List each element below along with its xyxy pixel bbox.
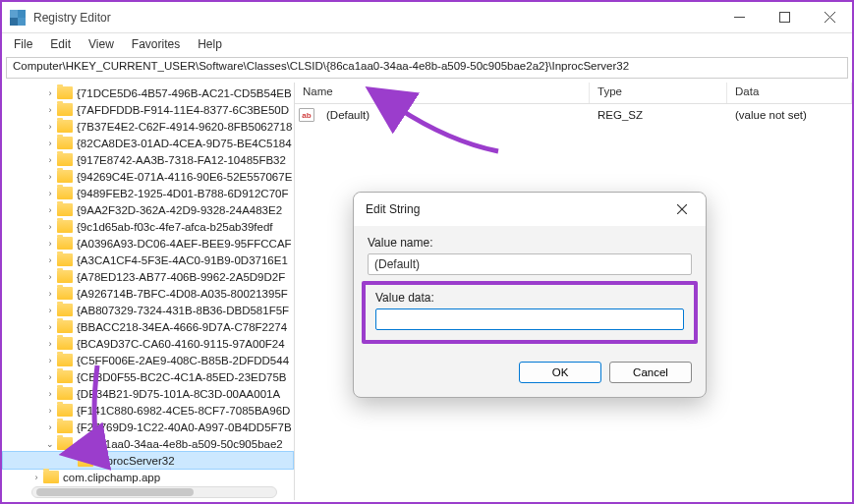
folder-icon <box>57 237 73 250</box>
tree-key[interactable]: {A0396A93-DC06-4AEF-BEE9-95FFCCAF <box>2 235 294 252</box>
horizontal-scrollbar[interactable] <box>31 486 277 498</box>
tree-key[interactable]: {7AFDFDDB-F914-11E4-8377-6C3BE50D <box>2 101 294 118</box>
expand-chevron-icon[interactable] <box>45 155 55 165</box>
value-row-default[interactable]: ab (Default) REG_SZ (value not set) <box>295 106 852 124</box>
tree-key-label: {9c1d65ab-f03c-4fe7-afca-b25ab39fedf <box>77 221 273 233</box>
tree-key-label: {F27769D9-1C22-40A0-A997-0B4DD5F7B <box>77 421 292 433</box>
expand-chevron-icon[interactable] <box>45 306 55 315</box>
folder-icon <box>57 287 73 300</box>
collapse-chevron-icon[interactable] <box>45 439 55 449</box>
expand-chevron-icon[interactable] <box>45 289 55 299</box>
dialog-close-button[interactable] <box>664 196 700 223</box>
tree-key-label: {94269C4E-071A-4116-90E6-52E557067E <box>77 171 292 183</box>
expand-chevron-icon[interactable] <box>45 239 55 249</box>
expand-chevron-icon[interactable] <box>45 222 55 232</box>
tree-key-label: InprocServer32 <box>97 455 175 467</box>
address-bar[interactable]: Computer\HKEY_CURRENT_USER\Software\Clas… <box>6 57 848 79</box>
expand-chevron-icon[interactable] <box>45 356 55 365</box>
tree-key[interactable]: com.clipchamp.app <box>2 469 294 485</box>
tree-key[interactable]: {A78ED123-AB77-406B-9962-2A5D9D2F <box>2 268 294 285</box>
tree-key[interactable]: {9AA2F32D-362A-42D9-9328-24A483E2 <box>2 201 294 218</box>
tree-key-label: {71DCE5D6-4B57-496B-AC21-CD5B54EB <box>77 87 292 99</box>
tree-key[interactable]: {82CA8DE3-01AD-4CEA-9D75-BE4C5184 <box>2 135 294 151</box>
folder-icon <box>57 404 73 417</box>
tree-key-label: {AB807329-7324-431B-8B36-DBD581F5F <box>77 305 289 316</box>
tree-key-label: {917E8742-AA3B-7318-FA12-10485FB32 <box>77 154 286 166</box>
dialog-buttons: OK Cancel <box>354 354 706 397</box>
tree-key[interactable]: {BCA9D37C-CA60-4160-9115-97A00F24 <box>2 335 294 352</box>
value-data-label: Value data: <box>375 291 684 305</box>
menu-help[interactable]: Help <box>190 35 230 53</box>
value-data-input[interactable] <box>375 308 684 330</box>
expand-chevron-icon[interactable] <box>45 322 55 332</box>
menu-view[interactable]: View <box>81 35 122 53</box>
scrollbar-thumb[interactable] <box>36 488 194 496</box>
svg-rect-1 <box>779 13 789 23</box>
expand-chevron-icon[interactable] <box>45 105 55 115</box>
tree-key-label: {A78ED123-AB77-406B-9962-2A5D9D2F <box>77 271 285 283</box>
maximize-button[interactable] <box>762 2 807 33</box>
column-data[interactable]: Data <box>727 83 852 103</box>
minimize-button[interactable] <box>716 2 762 33</box>
expand-chevron-icon[interactable] <box>45 139 55 148</box>
folder-icon <box>57 203 73 216</box>
edit-string-dialog: Edit String Value name: Value data: OK C… <box>353 192 707 398</box>
column-name[interactable]: Name <box>295 83 590 103</box>
folder-icon <box>57 187 73 199</box>
folder-icon <box>57 153 73 166</box>
tree-key[interactable]: {917E8742-AA3B-7318-FA12-10485FB32 <box>2 151 294 168</box>
folder-icon <box>57 137 73 149</box>
tree-key[interactable]: {94269C4E-071A-4116-90E6-52E557067E <box>2 168 294 185</box>
expand-chevron-icon[interactable] <box>45 339 55 349</box>
expand-chevron-icon[interactable] <box>45 189 55 198</box>
value-name-label: Value name: <box>368 236 692 250</box>
tree-key[interactable]: {9c1d65ab-f03c-4fe7-afca-b25ab39fedf <box>2 218 294 235</box>
column-type[interactable]: Type <box>590 83 727 103</box>
dialog-titlebar[interactable]: Edit String <box>354 193 706 226</box>
expand-chevron-icon[interactable] <box>45 255 55 265</box>
tree-key-label: {CB3D0F55-BC2C-4C1A-85ED-23ED75B <box>77 371 287 383</box>
tree-key-label: {A0396A93-DC06-4AEF-BEE9-95FFCCAF <box>77 238 292 250</box>
expand-chevron-icon[interactable] <box>45 205 55 215</box>
menu-file[interactable]: File <box>6 35 40 53</box>
ok-button[interactable]: OK <box>519 362 601 383</box>
menu-favorites[interactable]: Favorites <box>124 35 188 53</box>
menu-edit[interactable]: Edit <box>42 35 79 53</box>
tree-key[interactable]: {BBACC218-34EA-4666-9D7A-C78F2274 <box>2 318 294 335</box>
tree-key-expanded[interactable]: {86ca1aa0-34aa-4e8b-a509-50c905bae2 <box>2 435 294 452</box>
folder-icon <box>57 370 73 383</box>
folder-icon <box>57 220 73 233</box>
tree-key[interactable]: {A3CA1CF4-5F3E-4AC0-91B9-0D3716E1 <box>2 252 294 268</box>
tree-key[interactable]: {F27769D9-1C22-40A0-A997-0B4DD5F7B <box>2 419 294 435</box>
expand-chevron-icon[interactable] <box>45 88 55 98</box>
expand-chevron-icon[interactable] <box>45 406 55 416</box>
value-name-input[interactable] <box>368 253 692 275</box>
tree-key[interactable]: {9489FEB2-1925-4D01-B788-6D912C70F <box>2 185 294 201</box>
folder-icon <box>43 471 59 483</box>
tree-key[interactable]: {7B37E4E2-C62F-4914-9620-8FB5062718 <box>2 118 294 135</box>
expand-chevron-icon[interactable] <box>45 372 55 382</box>
tree-key[interactable]: {CB3D0F55-BC2C-4C1A-85ED-23ED75B <box>2 368 294 385</box>
folder-icon <box>57 437 73 450</box>
folder-icon <box>57 103 73 116</box>
expand-chevron-icon[interactable] <box>45 272 55 282</box>
cancel-button[interactable]: Cancel <box>609 362 692 383</box>
tree-key[interactable]: {AB807329-7324-431B-8B36-DBD581F5F <box>2 302 294 318</box>
expand-chevron-icon[interactable] <box>45 172 55 182</box>
close-button[interactable] <box>807 2 852 33</box>
folder-icon <box>57 337 73 350</box>
dialog-title: Edit String <box>366 202 664 216</box>
folder-icon <box>57 86 73 99</box>
expand-chevron-icon[interactable] <box>45 389 55 399</box>
expand-chevron-icon[interactable] <box>45 122 55 132</box>
folder-icon <box>57 354 73 366</box>
tree-key[interactable]: {71DCE5D6-4B57-496B-AC21-CD5B54EB <box>2 84 294 101</box>
tree-key-selected[interactable]: InprocServer32 <box>2 451 294 470</box>
tree-key[interactable]: {A926714B-7BFC-4D08-A035-80021395F <box>2 285 294 302</box>
expand-chevron-icon[interactable] <box>31 473 41 482</box>
tree-key[interactable]: {C5FF006E-2AE9-408C-B85B-2DFDD544 <box>2 352 294 368</box>
registry-tree[interactable]: {71DCE5D6-4B57-496B-AC21-CD5B54EB{7AFDFD… <box>2 83 294 500</box>
expand-chevron-icon[interactable] <box>45 422 55 432</box>
tree-key[interactable]: {F141C880-6982-4CE5-8CF7-7085BA96D <box>2 402 294 419</box>
tree-key[interactable]: {DE34B21-9D75-101A-8C3D-00AA001A <box>2 385 294 402</box>
